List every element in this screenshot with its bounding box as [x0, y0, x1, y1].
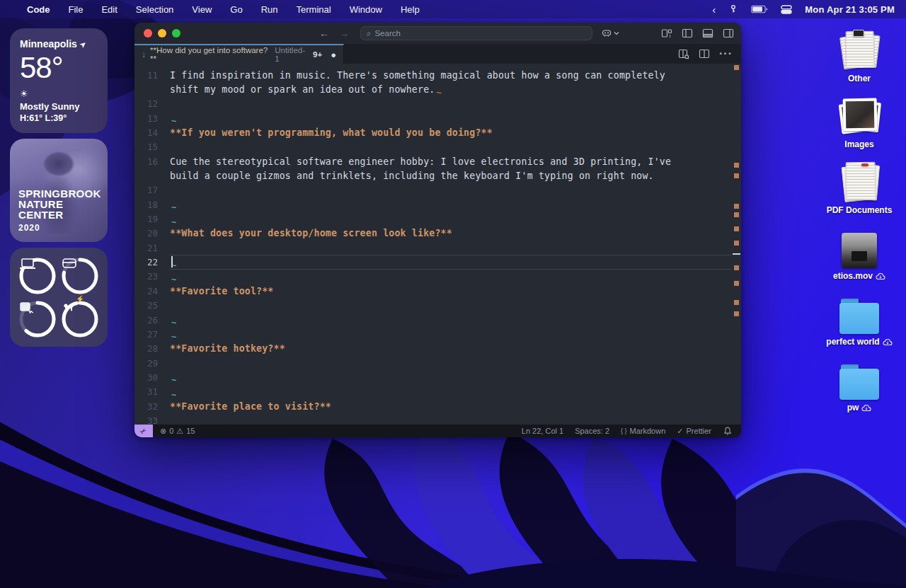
chevron-down-icon [614, 30, 619, 36]
line-number: 15 [134, 142, 170, 152]
cursor-position-status[interactable]: Ln 22, Col 1 [522, 427, 563, 435]
copilot-menu-button[interactable] [601, 28, 619, 39]
battery-icon[interactable] [751, 5, 768, 13]
weather-widget[interactable]: Minneapolis ➤ 58° ☀ Mostly Sunny H:61° L… [10, 28, 108, 133]
code-line[interactable]: shift my mood or spark an idea out of no… [134, 82, 731, 96]
code-line[interactable]: 28**Favorite hotkey?** [134, 342, 731, 356]
code-line[interactable]: 25 [134, 299, 731, 313]
line-number: 16 [134, 156, 170, 167]
code-line-current[interactable]: 22~ [134, 255, 731, 269]
error-count: 0 [169, 427, 173, 435]
tab-untitled-1[interactable]: ↓ **How did you get into software?** Unt… [134, 44, 344, 64]
code-line[interactable]: 18~ [134, 197, 731, 212]
whitespace-squiggle: ~ [171, 275, 176, 284]
desktop-icon-images[interactable]: Images [840, 93, 878, 149]
code-line[interactable]: 30~ [134, 370, 731, 384]
menu-item-go[interactable]: Go [230, 4, 242, 15]
code-line[interactable]: 23~ [134, 270, 731, 284]
vscode-titlebar[interactable]: ← → ⌕ Search [134, 23, 741, 44]
markdown-preview-icon[interactable] [678, 48, 689, 59]
battery-ring-trackpad[interactable] [18, 300, 57, 338]
code-line[interactable]: 27~ [134, 327, 731, 341]
zoom-window-button[interactable] [172, 29, 180, 38]
nav-forward-button[interactable]: → [339, 28, 349, 39]
code-line[interactable]: build a couple gizmos and trinklets, inc… [134, 168, 731, 183]
remote-indicator-button[interactable]: ✂ [134, 425, 153, 437]
ruler-mark-warn [734, 163, 739, 168]
code-line[interactable]: 15 [134, 140, 731, 154]
code-line[interactable]: 12 [134, 97, 731, 111]
batteries-widget[interactable]: ⚡ [10, 248, 108, 347]
menu-item-window[interactable]: Window [350, 4, 382, 15]
menu-item-help[interactable]: Help [401, 4, 420, 15]
folder-icon [839, 356, 879, 400]
chevron-left-icon[interactable]: ‹ [712, 4, 716, 16]
code-line[interactable]: 11I find inspiration in music. There's s… [134, 68, 731, 82]
toggle-primary-sidebar-icon[interactable] [682, 28, 693, 39]
menu-item-code[interactable]: Code [27, 4, 50, 15]
battery-ring-airpods[interactable]: ⚡ [61, 300, 99, 338]
line-number: 30 [134, 372, 170, 383]
nav-back-button[interactable]: ← [319, 28, 329, 39]
menu-item-view[interactable]: View [192, 4, 212, 15]
code-line[interactable]: 20**What does your desktop/home screen l… [134, 226, 731, 241]
more-actions-icon[interactable]: ··· [719, 47, 733, 60]
unsaved-dot-icon[interactable]: ● [331, 50, 336, 60]
code-line[interactable]: 17 [134, 183, 731, 197]
command-center-search[interactable]: ⌕ Search [360, 26, 592, 40]
menu-item-selection[interactable]: Selection [136, 4, 173, 15]
code-line[interactable]: 14**If you weren't programming, what wou… [134, 125, 731, 139]
code-line[interactable]: 21 [134, 241, 731, 255]
code-line[interactable]: 16Cue the stereotypical software enginee… [134, 154, 731, 168]
menu-bar-clock[interactable]: Mon Apr 21 3:05 PM [805, 4, 895, 15]
ruler-mark-cursorline [733, 253, 740, 255]
weather-condition: Mostly Sunny [20, 101, 98, 112]
notifications-bell-icon[interactable] [723, 426, 733, 436]
close-window-button[interactable] [144, 29, 152, 38]
desktop-icon-pw[interactable]: pw [839, 356, 879, 413]
menu-item-terminal[interactable]: Terminal [297, 4, 331, 15]
toggle-panel-icon[interactable] [702, 28, 713, 39]
minimize-window-button[interactable] [158, 29, 166, 38]
code-line[interactable]: 26~ [134, 313, 731, 327]
ruler-mark-warn [734, 65, 739, 70]
charging-bolt-icon: ⚡ [76, 295, 84, 303]
desktop-icon-etios-mov[interactable]: etios.mov [833, 224, 885, 281]
language-mode-status[interactable]: { } Markdown [621, 427, 665, 435]
desktop-icon-other[interactable]: Other [840, 27, 878, 83]
folder-icon [839, 290, 879, 334]
whitespace-squiggle: ~ [171, 202, 176, 212]
code-line[interactable]: 19~ [134, 212, 731, 226]
photos-widget[interactable]: SPRINGBROOK NATURE CENTER 2020 [10, 139, 108, 242]
location-arrow-icon: ➤ [78, 39, 87, 49]
formatter-status[interactable]: ✓ Prettier [677, 427, 711, 436]
line-number: 33 [134, 415, 170, 425]
problems-status[interactable]: ⊗0 ⚠15 [160, 427, 195, 436]
indentation-status[interactable]: Spaces: 2 [575, 427, 609, 435]
movie-icon [842, 224, 877, 268]
menu-item-run[interactable]: Run [261, 4, 278, 15]
key-icon[interactable] [728, 4, 738, 14]
code-line[interactable]: 33 [134, 413, 731, 425]
desktop-icon-pdf-documents[interactable]: PDF Documents [827, 158, 893, 215]
code-line[interactable]: 29 [134, 356, 731, 370]
code-line[interactable]: 32**Favorite place to visit?** [134, 399, 731, 413]
menu-item-file[interactable]: File [69, 4, 84, 15]
code-line[interactable]: 13~ [134, 111, 731, 125]
toggle-secondary-sidebar-icon[interactable] [723, 28, 734, 39]
split-editor-icon[interactable] [699, 48, 710, 59]
ruler-mark-warn [734, 300, 739, 305]
battery-ring-airpods-case[interactable] [61, 257, 99, 295]
desktop-icon-perfect-world[interactable]: perfect world [826, 290, 892, 347]
overview-ruler[interactable] [731, 64, 741, 425]
customize-layout-icon[interactable] [661, 28, 672, 39]
code-editor[interactable]: 11I find inspiration in music. There's s… [134, 64, 741, 425]
whitespace-squiggle: ~ [171, 116, 176, 126]
menu-item-edit[interactable]: Edit [101, 4, 117, 15]
check-icon: ✓ [677, 427, 683, 436]
battery-ring-macbook[interactable] [18, 257, 57, 295]
stage-manager-icon[interactable] [781, 5, 792, 14]
ruler-mark-warn [734, 281, 739, 286]
code-line[interactable]: 24**Favorite tool?** [134, 284, 731, 298]
code-line[interactable]: 31~ [134, 385, 731, 399]
